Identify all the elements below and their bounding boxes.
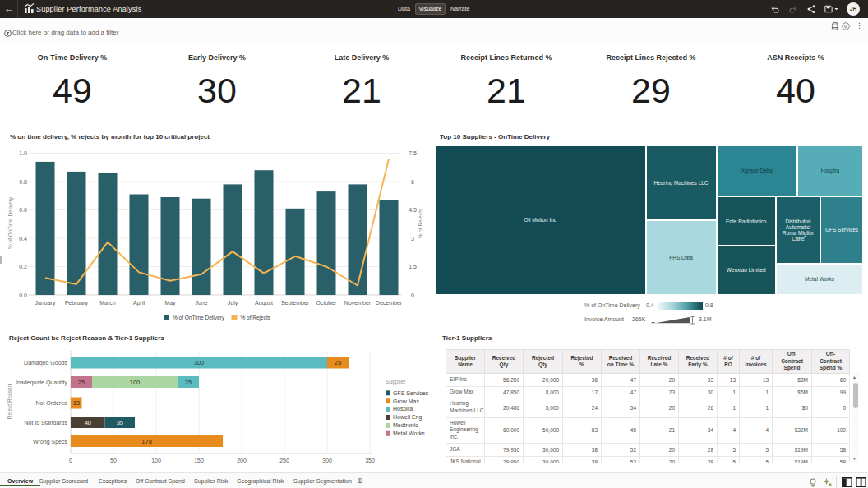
svg-text:Howell Eng: Howell Eng — [393, 414, 422, 421]
svg-text:August: August — [255, 300, 273, 306]
svg-text:0.8: 0.8 — [19, 179, 27, 185]
svg-text:3: 3 — [411, 236, 414, 242]
svg-text:300: 300 — [194, 359, 205, 366]
svg-text:100: 100 — [151, 458, 161, 463]
svg-text:0: 0 — [411, 292, 414, 298]
svg-text:Inadequate Quantity: Inadequate Quantity — [16, 380, 68, 386]
svg-text:Medtronic: Medtronic — [393, 422, 418, 428]
svg-text:Wrong Specs: Wrong Specs — [33, 439, 67, 445]
svg-text:350: 350 — [365, 458, 375, 463]
svg-text:100: 100 — [130, 379, 141, 386]
svg-text:0.0: 0.0 — [19, 292, 27, 298]
svg-text:1.0: 1.0 — [19, 150, 27, 156]
svg-text:13: 13 — [73, 399, 80, 407]
svg-text:25: 25 — [185, 379, 192, 386]
svg-text:25: 25 — [335, 359, 341, 366]
svg-text:September: September — [281, 300, 310, 306]
svg-text:150: 150 — [194, 458, 204, 463]
svg-text:250: 250 — [279, 458, 289, 463]
svg-text:October: October — [316, 300, 338, 306]
svg-text:0.4: 0.4 — [19, 236, 27, 242]
svg-text:Damaged Goods: Damaged Goods — [24, 360, 67, 366]
svg-text:% of OnTime Delivery: % of OnTime Delivery — [7, 196, 14, 249]
svg-text:Hospira: Hospira — [393, 406, 413, 412]
svg-text:Metal Works: Metal Works — [393, 430, 425, 436]
svg-text:300: 300 — [322, 458, 332, 463]
svg-text:25: 25 — [78, 379, 85, 386]
svg-text:Reject Reason: Reject Reason — [7, 384, 13, 419]
svg-text:Supplier: Supplier — [386, 379, 407, 385]
svg-text:35: 35 — [117, 419, 123, 426]
svg-text:4.5: 4.5 — [409, 207, 417, 213]
svg-text:6: 6 — [411, 179, 414, 185]
svg-text:January: January — [35, 300, 56, 306]
svg-text:40: 40 — [85, 419, 91, 426]
svg-text:7.5: 7.5 — [409, 150, 417, 156]
svg-text:December: December — [376, 300, 403, 306]
svg-text:178: 178 — [141, 438, 152, 445]
svg-text:Grow Max: Grow Max — [393, 398, 419, 404]
svg-text:0.6: 0.6 — [19, 207, 27, 213]
svg-text:April: April — [133, 300, 145, 306]
svg-text:June: June — [195, 300, 207, 306]
svg-text:November: November — [344, 300, 372, 306]
svg-text:% of Rejects: % of Rejects — [418, 208, 424, 238]
svg-text:200: 200 — [237, 458, 247, 463]
svg-text:February: February — [65, 300, 89, 306]
svg-text:0: 0 — [69, 458, 72, 463]
svg-text:1.5: 1.5 — [409, 264, 417, 269]
svg-text:May: May — [164, 300, 176, 306]
svg-text:July: July — [228, 300, 238, 306]
svg-text:March: March — [99, 300, 116, 306]
svg-text:0.2: 0.2 — [19, 264, 27, 269]
svg-text:Not Ordered: Not Ordered — [35, 400, 67, 406]
svg-text:% of OnTime Delivery: % of OnTime Delivery — [173, 315, 225, 321]
svg-text:50: 50 — [110, 458, 117, 463]
svg-text:% of Rejects: % of Rejects — [241, 315, 271, 321]
svg-text:Not to Standards: Not to Standards — [24, 420, 67, 426]
svg-text:GFS Services: GFS Services — [393, 390, 429, 396]
